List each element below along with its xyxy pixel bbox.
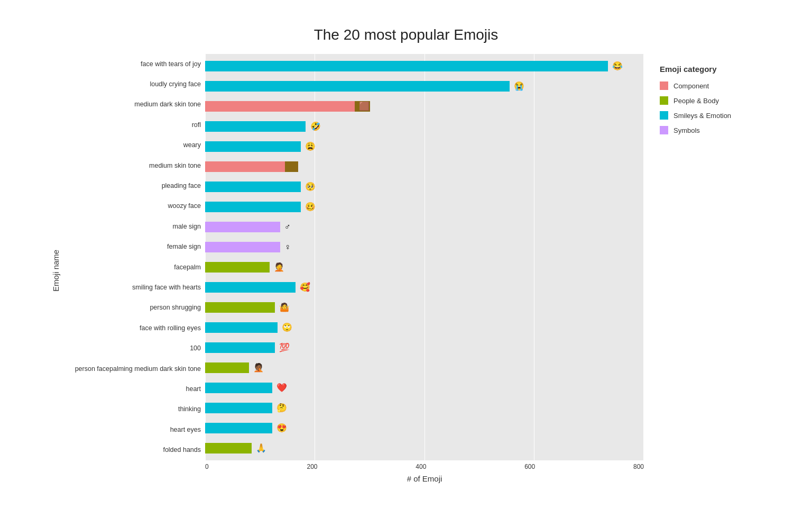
bar (205, 121, 306, 132)
bar-emoji: 🤦 (274, 263, 653, 271)
bar-emoji: 🙏 (256, 444, 653, 452)
x-tick: 800 (633, 463, 644, 470)
bar (205, 81, 510, 92)
bar-row: 🤔 (205, 401, 644, 415)
legend-color-box (660, 111, 668, 120)
bar (205, 242, 280, 252)
bar-emoji: 🥺 (305, 183, 653, 191)
bar-row: 🥰 (205, 280, 644, 295)
x-axis-label: # of Emoji (205, 474, 644, 483)
legend-items: ComponentPeople & BodySmileys & EmotionS… (660, 81, 760, 141)
bars-container: 😂😭🟫🤣😩🥺🥴♂️♀️🤦🥰🤷🙄💯🤦🏾❤️🤔😍🙏 (205, 54, 644, 460)
bar-emoji: 💯 (279, 343, 653, 352)
plot-area: face with tears of joyloudly crying face… (62, 54, 644, 460)
y-label: medium dark skin tone (62, 101, 201, 108)
bar (205, 362, 249, 373)
x-tick: 400 (416, 463, 426, 470)
bar-emoji: ❤️ (276, 384, 653, 392)
legend-item-label: Symbols (673, 126, 700, 134)
bar-emoji: 🥰 (300, 283, 653, 292)
bar (205, 202, 301, 212)
bar (205, 302, 275, 313)
y-label: weary (62, 141, 201, 149)
bar (205, 222, 280, 232)
legend-title: Emoji category (660, 65, 760, 74)
legend: Emoji category ComponentPeople & BodySmi… (644, 54, 765, 487)
y-label: loudly crying face (62, 80, 201, 88)
bar-emoji: ♂️ (284, 223, 653, 231)
legend-item-label: Smileys & Emotion (673, 112, 731, 120)
bar (205, 423, 272, 433)
bar-wrapper (205, 161, 644, 172)
bar-row: 🙄 (205, 320, 644, 335)
y-label: woozy face (62, 202, 201, 210)
bar-row (205, 159, 644, 174)
legend-item: Component (660, 81, 760, 90)
bar-emoji: 😭 (514, 82, 653, 90)
bar-emoji: 😩 (305, 142, 653, 151)
bar-emoji: 😍 (276, 424, 653, 432)
x-tick: 600 (524, 463, 535, 470)
chart-body: Emoji name face with tears of joyloudly … (47, 54, 765, 487)
bar-row: ♀️ (205, 240, 644, 255)
bar (205, 443, 252, 453)
bar-emoji: 🙄 (282, 323, 653, 332)
y-label: face with rolling eyes (62, 324, 201, 332)
bar-emoji: 🤷 (279, 303, 653, 312)
legend-item-label: People & Body (673, 97, 719, 105)
legend-color-box (660, 126, 668, 134)
bar (205, 61, 608, 71)
y-label: facepalm (62, 264, 201, 271)
y-label: face with tears of joy (62, 60, 201, 68)
bar-row: 🤷 (205, 300, 644, 315)
bar-row: 😭 (205, 79, 644, 94)
legend-color-box (660, 81, 668, 90)
y-label: smiling face with hearts (62, 284, 201, 292)
bar-emoji: ♀️ (284, 243, 653, 251)
bar (205, 101, 355, 112)
bar-row: 🤦 (205, 260, 644, 275)
x-tick: 0 (205, 463, 209, 470)
y-label: heart (62, 385, 201, 393)
y-label: pleading face (62, 182, 201, 190)
bar (205, 161, 285, 172)
legend-item: Smileys & Emotion (660, 111, 760, 120)
bar-row: ♂️ (205, 220, 644, 234)
bar-emoji: 🤣 (310, 122, 653, 131)
bar (205, 182, 301, 192)
y-label: person facepalming medium dark skin tone (62, 365, 201, 373)
bar-emoji: 🟫 (359, 102, 653, 111)
y-label: medium skin tone (62, 162, 201, 170)
y-label: thinking (62, 405, 201, 413)
bar-row: 💯 (205, 340, 644, 355)
bar-row: 🙏 (205, 441, 644, 456)
y-label: heart eyes (62, 426, 201, 434)
y-label: folded hands (62, 446, 201, 454)
bar (205, 403, 272, 413)
bar-row: 😂 (205, 59, 644, 74)
chart-area: face with tears of joyloudly crying face… (62, 54, 644, 487)
bars-grid: 😂😭🟫🤣😩🥺🥴♂️♀️🤦🥰🤷🙄💯🤦🏾❤️🤔😍🙏 (205, 54, 644, 460)
bar-emoji: 😂 (612, 62, 653, 70)
legend-item: Symbols (660, 126, 760, 134)
bar-row: 🟫 (205, 99, 644, 114)
bar-row: 🥴 (205, 199, 644, 214)
y-label: female sign (62, 243, 201, 251)
chart-container: The 20 most popular Emojis Emoji name fa… (36, 11, 776, 497)
bar-row: 😍 (205, 421, 644, 436)
x-ticks: 0200400600800 (205, 460, 644, 471)
chart-title: The 20 most popular Emojis (47, 21, 765, 43)
y-label: male sign (62, 223, 201, 231)
bar-row: 😩 (205, 139, 644, 154)
x-axis-area: 0200400600800 # of Emoji (205, 460, 644, 487)
legend-item-label: Component (673, 82, 709, 90)
bar-row: 🤣 (205, 119, 644, 134)
y-labels: face with tears of joyloudly crying face… (62, 54, 205, 460)
y-label: 100 (62, 344, 201, 352)
y-axis-label: Emoji name (47, 54, 62, 487)
bar-row: 🥺 (205, 179, 644, 194)
bar (205, 322, 278, 333)
bar-row: 🤦🏾 (205, 360, 644, 375)
bar-emoji: 🤦🏾 (253, 364, 653, 372)
y-label: rofl (62, 121, 201, 129)
